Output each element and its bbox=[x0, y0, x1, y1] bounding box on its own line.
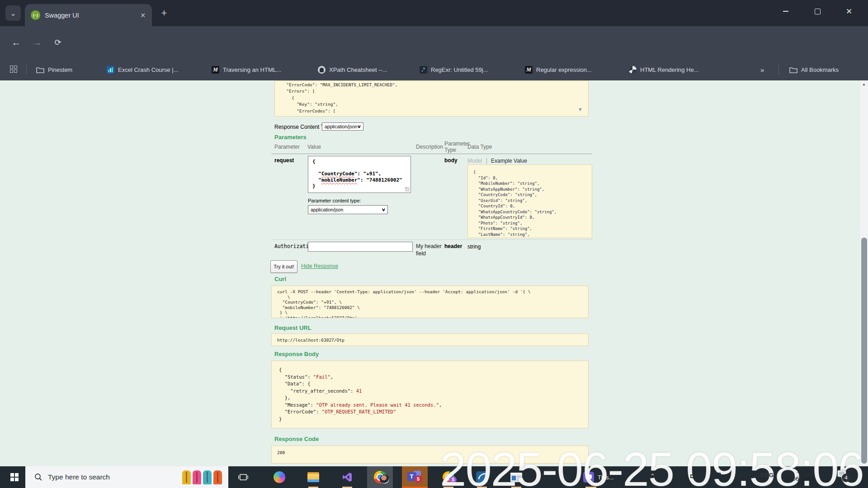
task-view-icon bbox=[238, 473, 248, 481]
bookmark-regular-expression[interactable]: M Regular expression... bbox=[525, 64, 592, 75]
example-value-tab[interactable]: Example Value bbox=[491, 158, 527, 164]
col-parameter-type: Parameter Type bbox=[444, 141, 468, 153]
parameter-content-type-label: Parameter content type: bbox=[308, 198, 361, 203]
battery-icon[interactable] bbox=[677, 472, 684, 483]
apps-grid-icon[interactable] bbox=[10, 66, 17, 73]
authorization-input[interactable] bbox=[308, 242, 413, 252]
taskbar-search[interactable]: Type here to search bbox=[25, 466, 228, 488]
notification-badge: 4 bbox=[842, 474, 850, 482]
parameters-heading: Parameters bbox=[274, 134, 307, 141]
globe-icon bbox=[629, 66, 637, 74]
window-maximize-button[interactable] bbox=[806, 0, 829, 23]
bookmark-regexr[interactable]: .* RegExr: Untitled 59j... bbox=[420, 64, 488, 75]
request-url-box[interactable]: http://localhost:63027/Otp bbox=[271, 333, 589, 346]
github-icon bbox=[318, 66, 326, 74]
excel-icon bbox=[107, 66, 114, 74]
speaker-icon[interactable] bbox=[690, 472, 699, 483]
bookmarks-bar: Pinestem Excel Crash Course |... M Trave… bbox=[0, 59, 868, 80]
response-content-type-select[interactable]: application/json∨ bbox=[322, 122, 363, 131]
response-model-sample: "ErrorCode": "MAX_INCIDENTS_LIMIT_REACHE… bbox=[274, 80, 589, 117]
curl-heading: Curl bbox=[274, 276, 286, 282]
col-value: Value bbox=[307, 144, 321, 150]
bookmark-xpath-cheatsheet[interactable]: XPath Cheatsheet --... bbox=[318, 64, 387, 75]
request-url-heading: Request URL bbox=[274, 324, 311, 331]
param-type-header: header bbox=[444, 243, 462, 249]
pen-icon[interactable] bbox=[737, 471, 748, 483]
response-code-heading: Response Code bbox=[274, 436, 319, 442]
medium-icon: M bbox=[212, 66, 219, 74]
browser-toolbar: ← → ⟳ i localhost:63027/swagger/ui/index… bbox=[0, 26, 868, 59]
cast-screen-icon[interactable] bbox=[712, 472, 722, 483]
teams-button[interactable]: T 5 bbox=[402, 466, 428, 488]
medium-icon: M bbox=[525, 66, 533, 74]
hide-response-link[interactable]: Hide Response bbox=[301, 263, 338, 269]
teams-badge: 5 bbox=[415, 475, 422, 483]
search-placeholder: Type here to search bbox=[48, 473, 182, 481]
chrome-profile-avatar bbox=[380, 474, 390, 484]
folder-icon bbox=[789, 66, 797, 73]
col-data-type: Data Type bbox=[467, 144, 492, 150]
tab-search-chevron-icon[interactable]: ⌄ bbox=[5, 5, 21, 21]
param-data-type: string bbox=[467, 244, 481, 250]
tab-title: Swagger UI bbox=[45, 12, 140, 19]
tray-clock-date[interactable]: 25-06-2025 bbox=[783, 475, 815, 482]
search-icon bbox=[34, 473, 42, 481]
bookmark-html-rendering[interactable]: HTML Rendering He... bbox=[629, 64, 699, 75]
col-description: Description bbox=[416, 144, 443, 150]
visual-studio-icon bbox=[342, 472, 353, 483]
example-value-box[interactable]: { "Id": 0, "MobileNumber": "string", "Wh… bbox=[467, 164, 592, 238]
model-tab[interactable]: Model bbox=[467, 158, 482, 164]
tab-close-icon[interactable]: ✕ bbox=[140, 12, 146, 19]
copilot-icon bbox=[274, 471, 285, 483]
bookmark-traversing-html[interactable]: M Traversing an HTML... bbox=[212, 64, 281, 75]
file-explorer-button[interactable] bbox=[302, 466, 324, 488]
forward-button[interactable]: → bbox=[28, 33, 46, 52]
start-button[interactable] bbox=[4, 466, 25, 488]
tab-strip: ⌄ {··} Swagger UI ✕ + ✕ bbox=[0, 0, 868, 26]
param-description: My header field bbox=[416, 243, 442, 257]
copilot-button[interactable] bbox=[269, 466, 290, 488]
new-tab-button[interactable]: + bbox=[157, 6, 171, 20]
language-indicator[interactable]: ENG bbox=[760, 472, 774, 479]
back-button[interactable]: ← bbox=[7, 33, 25, 52]
param-name-request: request bbox=[274, 157, 294, 164]
textarea-resize-handle[interactable] bbox=[405, 187, 410, 192]
search-highlight-coats-icon[interactable] bbox=[182, 470, 224, 484]
task-view-button[interactable] bbox=[232, 466, 254, 488]
bookmark-excel-course[interactable]: Excel Crash Course |... bbox=[107, 64, 178, 75]
browser-tab[interactable]: {··} Swagger UI ✕ bbox=[25, 4, 152, 26]
param-type-body: body bbox=[444, 157, 458, 164]
folder-icon bbox=[36, 66, 44, 73]
regexr-icon: .* bbox=[420, 66, 427, 74]
all-bookmarks-button[interactable]: All Bookmarks bbox=[789, 64, 839, 75]
tray-clock-time[interactable]: 1:35 bbox=[797, 467, 808, 474]
parameter-content-type-select[interactable]: application/json∨ bbox=[308, 205, 388, 214]
window-close-button[interactable]: ✕ bbox=[837, 0, 861, 23]
notification-center-icon[interactable]: 4 bbox=[837, 470, 846, 480]
screen: ⌄ {··} Swagger UI ✕ + ✕ ← → ⟳ i localhos… bbox=[0, 0, 868, 488]
page-content: "ErrorCode": "MAX_INCIDENTS_LIMIT_REACHE… bbox=[0, 80, 868, 466]
swagger-favicon-icon: {··} bbox=[31, 10, 40, 20]
bookmark-pinestem[interactable]: Pinestem bbox=[36, 64, 72, 75]
curl-command-box[interactable]: curl -X POST --header 'Content-Type: app… bbox=[271, 286, 589, 318]
response-body-box[interactable]: { "Status": "Fail", "Data": { "retry_aft… bbox=[271, 361, 589, 428]
windows-logo-icon bbox=[10, 473, 19, 481]
request-body-textarea[interactable]: { "CountryCode": "+91", "mobileNumber": … bbox=[308, 156, 411, 193]
scrollbar-thumb[interactable] bbox=[861, 238, 867, 464]
chrome-active-button[interactable] bbox=[367, 466, 393, 488]
bookmarks-overflow-chevron[interactable]: » bbox=[760, 64, 764, 75]
window-minimize-button[interactable] bbox=[774, 0, 797, 23]
teams-icon: T 5 bbox=[407, 471, 423, 483]
col-parameter: Parameter bbox=[274, 144, 300, 150]
visual-studio-button[interactable] bbox=[336, 466, 358, 488]
scrollbar-up-arrow-icon[interactable]: ▲ bbox=[862, 82, 866, 86]
reload-button[interactable]: ⟳ bbox=[49, 33, 67, 52]
response-body-heading: Response Body bbox=[274, 351, 319, 357]
file-explorer-icon bbox=[307, 472, 319, 482]
scroll-down-triangle-icon[interactable]: ▼ bbox=[578, 107, 583, 112]
try-it-out-button[interactable]: Try it out! bbox=[270, 260, 297, 273]
